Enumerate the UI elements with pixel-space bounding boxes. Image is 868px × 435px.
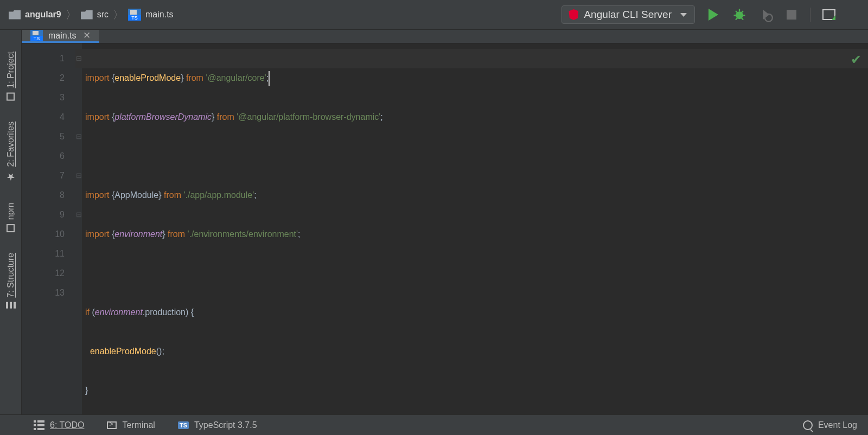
angular-icon (569, 9, 578, 20)
npm-icon (7, 224, 15, 232)
breadcrumb: angular9 〉 src 〉 main.ts (8, 7, 175, 23)
line-number[interactable]: 8 (22, 185, 65, 205)
line-number[interactable]: 13 (22, 283, 65, 303)
breadcrumb-file[interactable]: main.ts (127, 7, 175, 23)
typescript-widget[interactable]: TS TypeScript 3.7.5 (178, 420, 257, 430)
favorites-tool-window-button[interactable]: ★ 2: Favorites (5, 121, 17, 183)
separator (810, 8, 810, 22)
line-number[interactable]: 6 (22, 146, 65, 166)
line-number[interactable]: 10 (22, 225, 65, 244)
stop-icon (787, 10, 796, 20)
chevron-down-icon (680, 13, 687, 17)
run-button[interactable] (706, 7, 721, 22)
npm-tool-window-button[interactable]: npm (6, 203, 16, 232)
line-number[interactable]: 12 (22, 264, 65, 283)
todo-icon (34, 420, 44, 430)
tab-label: main.ts (48, 31, 76, 41)
editor-workspace: main.ts ✕ ✔ 12345678910111213 ⊟⊟ ⊟⊟ impo… (22, 30, 868, 414)
inspection-ok-icon[interactable]: ✔ (851, 50, 861, 69)
svg-line-7 (742, 18, 744, 20)
editor-tabs: main.ts ✕ (22, 30, 868, 43)
structure-tool-window-button[interactable]: 7: Structure (6, 253, 16, 309)
search-icon (847, 7, 863, 22)
editor-tab-main-ts[interactable]: main.ts ✕ (22, 30, 99, 43)
terminal-tool-window-button[interactable]: Terminal (107, 420, 155, 430)
status-label: 6: TODO (50, 420, 84, 430)
svg-line-5 (742, 11, 744, 13)
folder-icon (81, 10, 93, 20)
line-number[interactable]: 7 (22, 166, 65, 185)
close-tab-icon[interactable]: ✕ (83, 30, 91, 41)
line-number[interactable]: 11 (22, 244, 65, 264)
svg-point-9 (850, 9, 858, 18)
star-icon: ★ (5, 171, 17, 182)
status-label: TypeScript 3.7.5 (194, 420, 257, 430)
breadcrumb-folder[interactable]: src (80, 8, 110, 22)
status-label: Terminal (122, 420, 155, 430)
line-number[interactable]: 2 (22, 68, 65, 88)
svg-line-10 (857, 17, 861, 21)
code-editor[interactable]: ✔ 12345678910111213 ⊟⊟ ⊟⊟ import {enable… (22, 43, 868, 435)
event-log-icon (803, 420, 813, 430)
svg-point-8 (765, 14, 773, 22)
structure-icon (6, 302, 16, 309)
code-area[interactable]: import {enableProdMode} from '@angular/c… (82, 43, 868, 435)
debug-button[interactable] (732, 7, 747, 22)
tool-label: npm (6, 203, 16, 220)
chevron-right-icon: 〉 (113, 8, 124, 22)
breadcrumb-project[interactable]: angular9 (8, 8, 62, 22)
tool-window-bar-left: 1: Project ★ 2: Favorites npm 7: Structu… (0, 30, 22, 414)
todo-tool-window-button[interactable]: 6: TODO (34, 420, 84, 430)
run-with-coverage-button[interactable] (758, 7, 773, 22)
navigation-bar: angular9 〉 src 〉 main.ts Angular CLI Ser… (0, 0, 868, 30)
fold-gutter[interactable]: ⊟⊟ ⊟⊟ (75, 43, 82, 435)
bug-icon (732, 7, 747, 22)
svg-line-6 (736, 18, 738, 20)
tool-label: 7: Structure (6, 253, 15, 298)
run-configuration-selector[interactable]: Angular CLI Server (561, 5, 695, 24)
terminal-icon (107, 421, 117, 429)
typescript-icon: TS (178, 421, 189, 429)
play-icon (709, 9, 718, 21)
run-anything-button[interactable] (821, 7, 837, 22)
typescript-file-icon (30, 30, 43, 41)
terminal-run-icon (822, 9, 835, 20)
line-number[interactable]: 1 (22, 49, 65, 68)
project-icon (7, 93, 15, 101)
breadcrumb-label: angular9 (25, 10, 61, 20)
status-label: Event Log (818, 420, 857, 430)
tool-label: 2: Favorites (6, 121, 15, 167)
tool-label: 1: Project (6, 52, 15, 88)
line-number[interactable]: 3 (22, 88, 65, 107)
status-bar: 6: TODO Terminal TS TypeScript 3.7.5 Eve… (0, 414, 868, 435)
breadcrumb-label: main.ts (145, 10, 174, 20)
run-configuration-label: Angular CLI Server (584, 9, 672, 21)
search-everywhere-button[interactable] (847, 7, 863, 22)
coverage-icon (758, 7, 773, 22)
svg-line-4 (736, 11, 738, 13)
line-number[interactable]: 9 (22, 205, 65, 225)
event-log-button[interactable]: Event Log (803, 420, 857, 430)
chevron-right-icon: 〉 (66, 8, 76, 22)
typescript-file-icon (128, 9, 141, 21)
breadcrumb-label: src (97, 10, 108, 20)
project-tool-window-button[interactable]: 1: Project (6, 52, 16, 101)
line-number[interactable]: 5 (22, 127, 65, 146)
line-number[interactable]: 4 (22, 107, 65, 127)
line-number-gutter[interactable]: 12345678910111213 (22, 43, 75, 435)
nav-right-tools: Angular CLI Server (561, 5, 863, 24)
folder-icon (9, 10, 21, 20)
stop-button[interactable] (784, 7, 799, 22)
